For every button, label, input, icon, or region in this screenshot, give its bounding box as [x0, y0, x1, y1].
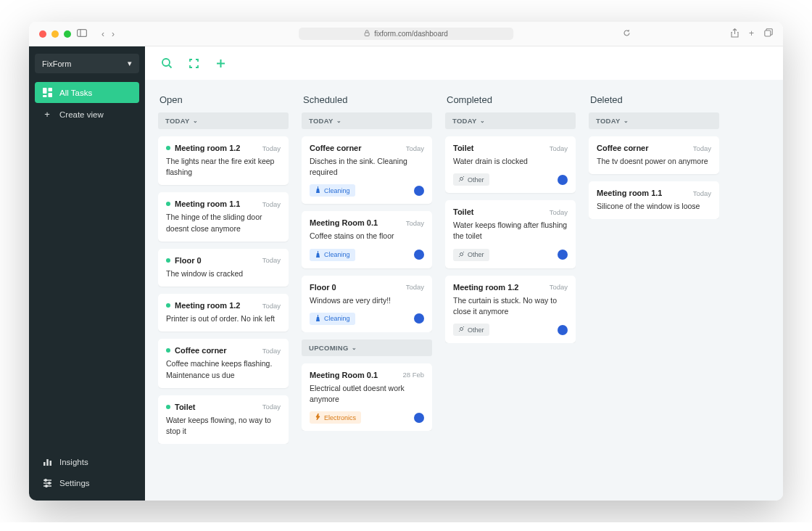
card-tag[interactable]: Electronics — [310, 411, 361, 424]
card-tag[interactable]: Other — [453, 173, 489, 186]
sidebar-item-label: Insights — [59, 458, 88, 466]
card-tag[interactable]: Cleaning — [310, 249, 355, 261]
lock-icon — [364, 30, 370, 38]
svg-point-22 — [460, 252, 463, 255]
minimize-window-button[interactable] — [51, 30, 59, 38]
status-dot — [166, 303, 170, 308]
card-date: Today — [406, 144, 424, 152]
task-card[interactable]: Floor 0TodayWindows are very dirty!!Clea… — [302, 276, 432, 332]
share-icon[interactable] — [731, 28, 739, 40]
task-card[interactable]: Meeting Room 0.1TodayCoffee stains on th… — [302, 211, 432, 268]
close-window-button[interactable] — [39, 30, 46, 38]
sidebar-item-all-tasks[interactable]: All Tasks — [35, 82, 139, 103]
back-button[interactable]: ‹ — [102, 29, 104, 39]
task-card[interactable]: ToiletTodayWater keeps flowing after flu… — [445, 200, 576, 268]
group-header[interactable]: TODAY⌄ — [302, 112, 432, 129]
task-card[interactable]: Meeting room 1.2TodayThe curtain is stuc… — [445, 276, 576, 343]
card-tag[interactable]: Cleaning — [310, 184, 355, 197]
task-card[interactable]: Coffee cornerTodayCoffee machine keeps f… — [158, 339, 289, 387]
forward-button[interactable]: › — [112, 29, 115, 39]
task-card[interactable]: Meeting room 1.2TodayPrinter is out of o… — [158, 294, 289, 332]
sidebar-item-create-view[interactable]: + Create view — [35, 103, 139, 125]
chevron-down-icon: ⌄ — [480, 118, 485, 124]
bars-icon — [42, 457, 52, 466]
url-bar[interactable]: fixform.com/dashboard — [299, 28, 513, 40]
card-date: Today — [550, 144, 568, 152]
nav-arrows: ‹ › — [102, 29, 115, 39]
status-dot — [166, 258, 170, 263]
maximize-window-button[interactable] — [64, 30, 71, 38]
sidebar-toggle-icon[interactable] — [77, 29, 87, 39]
search-icon[interactable] — [161, 57, 173, 69]
plus-icon: + — [42, 109, 52, 120]
svg-rect-10 — [49, 461, 51, 466]
task-card[interactable]: Meeting room 1.2TodayThe lights near the… — [158, 136, 289, 185]
task-card[interactable]: Floor 0TodayThe window is cracked — [158, 249, 289, 287]
assignee-avatar[interactable] — [414, 186, 424, 196]
card-title: Meeting room 1.1 — [597, 189, 662, 197]
group-header[interactable]: TODAY⌄ — [158, 112, 289, 129]
tag-icon — [315, 413, 321, 421]
card-tag[interactable]: Cleaning — [310, 313, 355, 325]
task-card[interactable]: Meeting room 1.1TodaySilicone of the win… — [589, 181, 719, 219]
tag-label: Cleaning — [324, 251, 350, 258]
board-column: DeletedTODAY⌄Coffee cornerTodayThe tv do… — [589, 91, 721, 489]
task-card[interactable]: Coffee cornerTodayDisches in the sink. C… — [302, 136, 432, 204]
task-card[interactable]: Coffee cornerTodayThe tv doesnt power on… — [589, 136, 719, 174]
status-dot — [166, 202, 170, 206]
svg-line-18 — [169, 65, 172, 68]
group-header[interactable]: TODAY⌄ — [589, 112, 719, 129]
board-column: CompletedTODAY⌄ToiletTodayWater drain is… — [445, 91, 577, 489]
card-description: Water keeps flowing after flushing the t… — [453, 220, 568, 242]
sidebar-item-insights[interactable]: Insights — [35, 451, 139, 472]
card-title: Coffee corner — [310, 144, 362, 152]
app-body: FixForm ▾ All Tasks + Create view Insigh… — [29, 46, 783, 501]
column-scroll[interactable]: TODAY⌄ToiletTodayWater drain is clockedO… — [445, 112, 577, 489]
card-date: Today — [262, 302, 281, 310]
card-title: Meeting Room 0.1 — [310, 218, 378, 227]
chevron-down-icon: ⌄ — [336, 118, 341, 124]
sidebar-bottom: Insights Settings — [35, 451, 139, 493]
task-card[interactable]: ToiletTodayWater keeps flowing, no way t… — [158, 395, 289, 444]
assignee-avatar[interactable] — [558, 250, 568, 260]
sidebar-item-label: All Tasks — [59, 88, 92, 97]
tag-icon — [315, 315, 321, 323]
group-header[interactable]: UPCOMING⌄ — [302, 339, 432, 356]
card-title: Toilet — [453, 144, 474, 152]
task-card[interactable]: Meeting room 1.1TodayThe hinge of the sl… — [158, 192, 289, 241]
new-tab-icon[interactable]: + — [749, 28, 754, 40]
card-description: The lights near the fire exit keep flash… — [166, 156, 281, 178]
add-icon[interactable] — [215, 58, 226, 69]
workspace-name: FixForm — [42, 59, 71, 68]
card-description: Coffee stains on the floor — [310, 231, 424, 242]
svg-rect-0 — [78, 29, 87, 36]
assignee-avatar[interactable] — [414, 413, 424, 423]
card-title: Coffee corner — [597, 144, 649, 152]
column-scroll[interactable]: TODAY⌄Coffee cornerTodayDisches in the s… — [302, 112, 434, 489]
svg-rect-5 — [48, 88, 52, 91]
card-date: Today — [693, 144, 711, 152]
card-title: Toilet — [453, 207, 474, 216]
group-label: TODAY — [309, 117, 334, 125]
assignee-avatar[interactable] — [414, 250, 424, 260]
card-tag[interactable]: Other — [453, 249, 489, 261]
task-card[interactable]: ToiletTodayWater drain is clockedOther — [445, 136, 576, 193]
assignee-avatar[interactable] — [558, 175, 568, 185]
svg-rect-2 — [365, 33, 369, 36]
sidebar-item-label: Settings — [59, 479, 90, 487]
card-description: The hinge of the sliding door doesnt clo… — [166, 212, 281, 234]
task-card[interactable]: Meeting Room 0.128 FebElectrical outlet … — [302, 363, 432, 431]
column-scroll[interactable]: TODAY⌄Meeting room 1.2TodayThe lights ne… — [158, 112, 290, 489]
reload-icon[interactable] — [623, 29, 631, 39]
group-header[interactable]: TODAY⌄ — [445, 112, 576, 129]
card-tag[interactable]: Other — [453, 324, 489, 336]
sidebar-item-settings[interactable]: Settings — [35, 472, 139, 493]
expand-icon[interactable] — [188, 58, 199, 69]
tabs-icon[interactable] — [764, 28, 773, 40]
assignee-avatar[interactable] — [558, 325, 568, 335]
assignee-avatar[interactable] — [414, 313, 424, 324]
column-scroll[interactable]: TODAY⌄Coffee cornerTodayThe tv doesnt po… — [589, 112, 721, 489]
card-list: Meeting room 1.2TodayThe lights near the… — [158, 136, 289, 444]
card-list: Coffee cornerTodayThe tv doesnt power on… — [589, 136, 719, 219]
workspace-selector[interactable]: FixForm ▾ — [35, 54, 139, 73]
